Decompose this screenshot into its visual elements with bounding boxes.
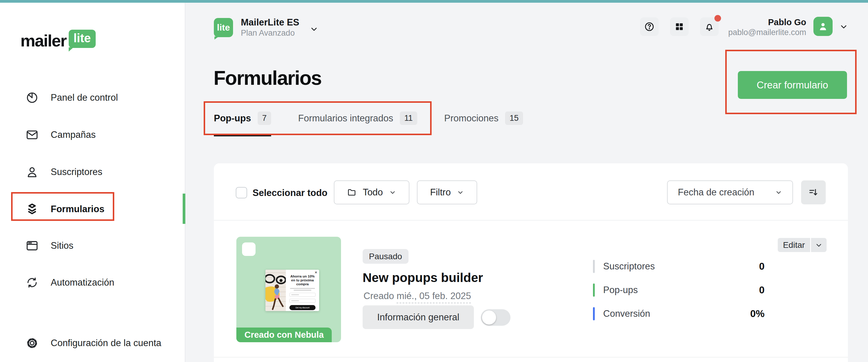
sidebar-item-label: Automatización [51, 277, 114, 288]
folder-filter-value: Todo [363, 187, 383, 198]
stat-bar [593, 260, 595, 273]
layers-icon [26, 203, 39, 216]
chevron-down-icon [389, 189, 396, 196]
sidebar-item-sites[interactable]: Sitios [0, 233, 185, 258]
tabs: Pop-ups 7 Formularios integrados 11 Prom… [214, 111, 523, 136]
folder-icon [347, 188, 356, 197]
popup-preview-photo [266, 270, 286, 311]
create-form-button[interactable]: Crear formulario [738, 71, 847, 99]
filter-dropdown[interactable]: Filtro [417, 180, 477, 204]
edit-dropdown-button[interactable] [811, 238, 827, 252]
popup-close-icon: ✕ [315, 271, 317, 274]
toolbar-divider [214, 220, 848, 221]
page-title: Formularios [214, 67, 321, 89]
apps-button[interactable] [670, 18, 689, 36]
workspace-plan: Plan Avanzado [241, 28, 299, 38]
stat-row-subscribers: Suscriptores 0 [593, 259, 765, 273]
form-created-date-value[interactable]: mié., 05 feb. 2025 [397, 291, 471, 303]
stat-bar [593, 284, 595, 297]
nebula-badge: Creado con Nebula [236, 328, 332, 342]
help-button[interactable] [640, 18, 659, 36]
popup-preview-email-input [289, 293, 315, 297]
sort-descending-icon [808, 187, 819, 198]
sidebar-item-label: Panel de control [51, 92, 118, 103]
envelope-icon [26, 128, 39, 141]
form-created-date: Creado mié., 05 feb. 2025 [364, 291, 471, 301]
sidebar-item-subscribers[interactable]: Suscriptores [0, 160, 185, 184]
overview-button[interactable]: Información general [363, 305, 474, 329]
user-email: pablo@mailerlite.com [714, 28, 806, 37]
tab-promotions[interactable]: Promociones 15 [444, 111, 523, 136]
sort-direction-button[interactable] [801, 180, 826, 204]
stat-row-conversion: Conversión 0% [593, 306, 765, 321]
chevron-down-icon [815, 241, 823, 249]
tab-count-badge: 15 [505, 111, 523, 125]
filter-label: Filtro [430, 187, 451, 198]
sidebar-item-forms[interactable]: Formularios [0, 197, 185, 222]
form-title[interactable]: New popups builder [363, 271, 483, 285]
status-badge: Pausado [363, 249, 408, 264]
sidebar-item-dashboard[interactable]: Panel de control [0, 86, 185, 110]
select-all-label[interactable]: Seleccionar todo [252, 188, 328, 198]
form-active-toggle[interactable] [481, 309, 510, 326]
avatar[interactable] [813, 17, 833, 36]
browser-icon [26, 239, 39, 252]
workspace-badge: lite [214, 18, 233, 37]
logo-lite-badge: lite [69, 30, 96, 48]
sort-by-value: Fecha de creación [678, 187, 754, 198]
pie-chart-icon [26, 91, 39, 104]
chevron-down-icon [839, 22, 848, 31]
sync-icon [26, 276, 39, 289]
user-info: Pablo Go pablo@mailerlite.com [714, 17, 806, 37]
sidebar-active-indicator [183, 194, 185, 224]
grid-icon [674, 22, 684, 32]
toggle-knob [482, 310, 496, 325]
top-accent-bar [0, 0, 868, 3]
sidebar-item-label: Suscriptores [51, 167, 102, 177]
sidebar: mailer lite Panel de control Campañas Su… [0, 3, 185, 362]
sidebar-item-account-settings[interactable]: Configuración de la cuenta [0, 331, 185, 355]
workspace-name: MailerLite ES [241, 17, 299, 28]
gear-icon [26, 336, 39, 350]
popup-preview-name-input [289, 299, 315, 303]
stat-row-popups: Pop-ups 0 [593, 283, 765, 297]
tab-embedded-forms[interactable]: Formularios integrados 11 [298, 111, 417, 136]
tab-count-badge: 7 [258, 111, 271, 125]
chevron-down-icon [775, 189, 782, 196]
popup-preview: ✕ Ahorra un 10% en tu próxima compra Get… [266, 270, 319, 311]
form-stats: Suscriptores 0 Pop-ups 0 Conversión 0% [593, 259, 765, 330]
sidebar-item-label: Formularios [51, 204, 104, 215]
tab-count-badge: 11 [400, 111, 417, 125]
user-name: Pablo Go [714, 17, 806, 28]
sidebar-item-campaigns[interactable]: Campañas [0, 123, 185, 147]
popup-preview-subtitle-line [293, 290, 311, 291]
sidebar-item-label: Campañas [51, 129, 96, 140]
sidebar-item-label: Configuración de la cuenta [51, 338, 161, 349]
sidebar-item-automation[interactable]: Automatización [0, 270, 185, 295]
folder-filter-dropdown[interactable]: Todo [334, 180, 409, 204]
help-icon [644, 21, 655, 32]
logo-wordmark: mailer [21, 31, 66, 50]
popup-preview-subtitle-line [290, 288, 315, 289]
select-all-checkbox[interactable] [236, 187, 247, 198]
mailerlite-logo[interactable]: mailer lite [21, 31, 96, 50]
popup-preview-title: Ahorra un 10% en tu próxima compra [289, 274, 316, 286]
bell-icon [704, 21, 715, 32]
user-icon [26, 165, 39, 178]
tab-popups[interactable]: Pop-ups 7 [214, 111, 271, 136]
item-checkbox[interactable] [242, 242, 255, 256]
avatar-person-icon [817, 21, 829, 32]
user-menu-chevron[interactable] [839, 22, 848, 31]
sort-by-select[interactable]: Fecha de creación [667, 180, 793, 204]
header-icon-buttons [640, 18, 719, 36]
form-thumbnail[interactable]: ✕ Ahorra un 10% en tu próxima compra Get… [236, 237, 341, 342]
list-item-divider [214, 357, 848, 358]
forms-list-card: Seleccionar todo Todo Filtro Fecha de cr… [214, 163, 848, 362]
edit-button[interactable]: Editar [778, 238, 810, 252]
stat-bar [593, 307, 595, 320]
edit-split-button: Editar [778, 238, 827, 252]
chevron-down-icon [310, 25, 318, 34]
sidebar-item-label: Sitios [51, 240, 73, 251]
workspace-switcher[interactable]: lite MailerLite ES Plan Avanzado [214, 17, 318, 38]
popup-preview-cta: Get my discount [289, 305, 315, 310]
